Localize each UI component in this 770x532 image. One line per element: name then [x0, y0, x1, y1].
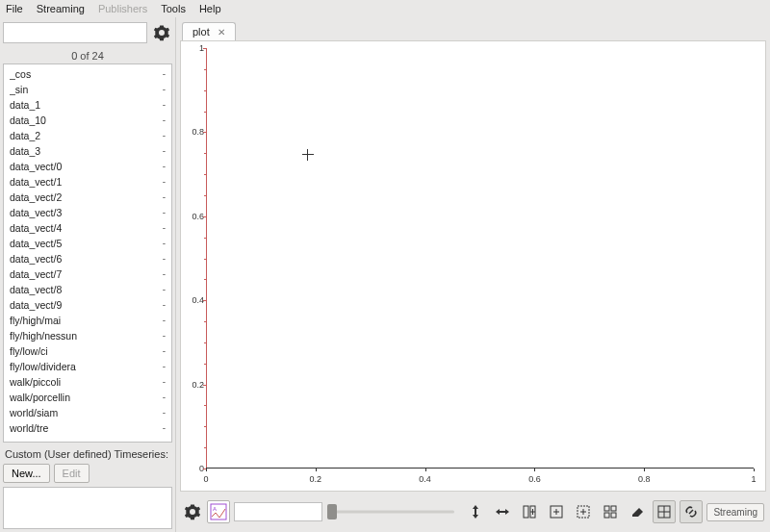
list-item[interactable]: data_1- [4, 97, 171, 113]
swap-layout-button[interactable] [599, 500, 622, 523]
add-panel-button[interactable] [572, 500, 595, 523]
add-column-icon [522, 504, 537, 519]
grid-button[interactable] [653, 500, 676, 523]
series-name: data_vect/9 [10, 298, 62, 312]
time-slider[interactable] [332, 502, 454, 521]
xtick-mark [425, 469, 426, 471]
series-value: - [163, 190, 166, 204]
list-item[interactable]: data_2- [4, 128, 171, 143]
list-item[interactable]: fly/high/nessun- [4, 328, 171, 343]
xtick-label: 0.6 [528, 474, 541, 484]
legend-toggle-button[interactable]: A [207, 500, 230, 523]
series-value: - [163, 314, 166, 327]
list-item[interactable]: data_vect/9- [4, 297, 171, 313]
series-value: - [163, 391, 166, 404]
streaming-status[interactable]: Streaming [706, 503, 764, 521]
close-icon[interactable]: ✕ [218, 27, 225, 38]
ytick-mark [203, 385, 206, 386]
list-item[interactable]: data_vect/4- [4, 220, 171, 236]
menu-help[interactable]: Help [199, 3, 221, 14]
ytick-minor [204, 279, 206, 280]
list-item[interactable]: world/siam- [4, 405, 171, 420]
xtick-mark [644, 469, 645, 471]
menubar: File Streaming Publishers Tools Help [0, 0, 770, 17]
add-row-button[interactable] [545, 500, 568, 523]
bottom-settings-button[interactable] [182, 501, 203, 522]
list-item[interactable]: fly/low/dividera- [4, 359, 171, 374]
add-column-button[interactable] [518, 500, 541, 523]
custom-timeseries-list[interactable] [3, 487, 172, 529]
series-value: - [163, 360, 166, 373]
zoom-horizontal-button[interactable] [491, 500, 514, 523]
new-button[interactable]: New... [3, 464, 50, 483]
eraser-icon [629, 504, 645, 519]
menu-tools[interactable]: Tools [161, 3, 186, 14]
series-count-label: 0 of 24 [3, 50, 172, 62]
list-item[interactable]: walk/piccoli- [4, 374, 171, 390]
ytick-minor [204, 112, 206, 113]
add-row-icon [549, 504, 564, 519]
series-name: data_10 [10, 114, 46, 127]
ytick-minor [204, 364, 206, 365]
menu-publishers[interactable]: Publishers [98, 3, 147, 14]
tab-plot-label: plot [192, 26, 210, 38]
list-item[interactable]: fly/high/mai- [4, 313, 171, 328]
swap-icon [603, 504, 618, 519]
list-item[interactable]: world/tre- [4, 420, 171, 436]
list-item[interactable]: data_vect/6- [4, 251, 171, 266]
list-item[interactable]: data_vect/8- [4, 282, 171, 297]
list-item[interactable]: _cos- [4, 66, 171, 82]
ytick-minor [204, 342, 206, 343]
list-item[interactable]: _sin- [4, 82, 171, 97]
bottom-toolbar: A [180, 495, 766, 528]
tool-icons [464, 500, 703, 523]
series-name: data_vect/6 [10, 252, 62, 266]
series-name: data_3 [10, 144, 40, 158]
ytick-minor [204, 426, 206, 427]
list-item[interactable]: data_vect/7- [4, 266, 171, 282]
list-item[interactable]: fly/low/ci- [4, 343, 171, 359]
gear-icon [184, 503, 201, 520]
list-item[interactable]: data_vect/5- [4, 236, 171, 251]
plot-yaxis: 00.20.40.60.81 [181, 41, 206, 491]
remove-button[interactable] [626, 500, 649, 523]
series-name: data_vect/5 [10, 237, 62, 250]
series-list[interactable]: _cos-_sin-data_1-data_10-data_2-data_3-d… [3, 63, 172, 443]
ytick-minor [204, 90, 206, 91]
list-item[interactable]: walk/porcellin- [4, 390, 171, 405]
ytick-minor [204, 447, 206, 448]
list-item[interactable]: data_vect/3- [4, 205, 171, 220]
list-item[interactable]: data_3- [4, 143, 171, 159]
series-name: fly/high/nessun [10, 329, 77, 342]
menu-file[interactable]: File [6, 3, 23, 14]
series-value: - [163, 344, 166, 358]
list-item[interactable]: data_vect/0- [4, 159, 171, 174]
settings-button[interactable] [151, 22, 172, 43]
series-name: data_vect/1 [10, 175, 62, 189]
link-icon [683, 504, 699, 519]
list-item[interactable]: data_10- [4, 113, 171, 128]
svg-rect-7 [611, 506, 616, 511]
legend-icon: A [210, 503, 227, 520]
arrows-horizontal-icon [495, 504, 510, 519]
xtick-mark [316, 469, 317, 471]
zoom-vertical-button[interactable] [464, 500, 487, 523]
time-input[interactable] [234, 502, 322, 521]
series-name: _sin [10, 83, 28, 96]
ytick-minor [204, 259, 206, 260]
search-input[interactable] [3, 22, 147, 43]
slider-thumb[interactable] [327, 504, 337, 519]
plot-area[interactable]: 00.20.40.60.81 [206, 48, 754, 469]
plot-container[interactable]: 00.20.40.60.81 00.20.40.60.81 [180, 41, 766, 492]
link-button[interactable] [680, 500, 703, 523]
slider-track [332, 511, 454, 514]
series-value: - [163, 375, 166, 389]
xtick-label: 0.8 [638, 474, 651, 484]
tab-plot[interactable]: plot ✕ [182, 22, 236, 40]
axis-y-line [206, 48, 207, 469]
list-item[interactable]: data_vect/2- [4, 190, 171, 205]
xtick-label: 0.4 [419, 474, 431, 484]
list-item[interactable]: data_vect/1- [4, 174, 171, 190]
ytick-mark [203, 216, 206, 217]
menu-streaming[interactable]: Streaming [37, 3, 85, 14]
